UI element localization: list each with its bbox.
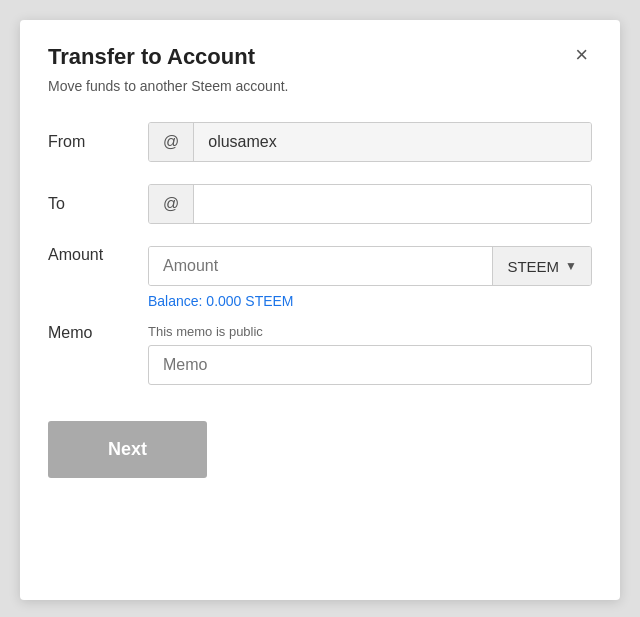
chevron-down-icon: ▼ (565, 259, 577, 273)
amount-input-group: STEEM ▼ (148, 246, 592, 286)
currency-label: STEEM (507, 258, 559, 275)
transfer-dialog: Transfer to Account × Move funds to anot… (20, 20, 620, 600)
next-button[interactable]: Next (48, 421, 207, 478)
close-button[interactable]: × (571, 44, 592, 66)
to-field-container: @ (148, 184, 592, 224)
memo-inputs-container: This memo is public (148, 324, 592, 385)
from-field-container: @ (148, 122, 592, 162)
memo-hint: This memo is public (148, 324, 592, 339)
to-row: To @ (48, 184, 592, 224)
memo-input[interactable] (148, 345, 592, 385)
from-field-input[interactable] (194, 123, 591, 161)
balance-row: Balance: 0.000 STEEM (148, 292, 592, 310)
amount-label: Amount (48, 246, 148, 264)
to-label: To (48, 195, 148, 213)
balance-text: Balance: 0.000 STEEM (148, 293, 294, 309)
from-at-prefix: @ (149, 123, 194, 161)
currency-dropdown[interactable]: STEEM ▼ (492, 247, 591, 285)
to-field-input[interactable] (194, 185, 591, 223)
from-row: From @ (48, 122, 592, 162)
dialog-subtitle: Move funds to another Steem account. (48, 78, 592, 94)
from-label: From (48, 133, 148, 151)
to-at-prefix: @ (149, 185, 194, 223)
amount-input[interactable] (149, 247, 492, 285)
dialog-header: Transfer to Account × (48, 44, 592, 70)
dialog-title: Transfer to Account (48, 44, 255, 70)
memo-label: Memo (48, 324, 148, 342)
amount-row: Amount STEEM ▼ (48, 246, 592, 286)
memo-section: Memo This memo is public (48, 324, 592, 385)
